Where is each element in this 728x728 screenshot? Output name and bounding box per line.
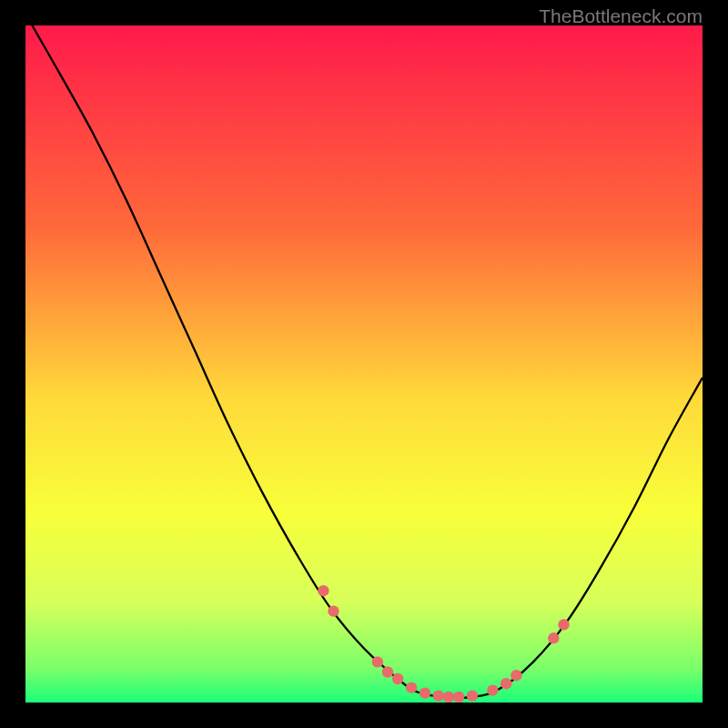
data-marker: [443, 692, 454, 703]
data-marker: [548, 632, 559, 643]
bottleneck-chart: [25, 25, 703, 703]
data-marker: [467, 690, 478, 701]
watermark-text: TheBottleneck.com: [539, 5, 703, 27]
data-marker: [406, 682, 417, 693]
data-marker: [511, 670, 521, 681]
chart-plot-area: [25, 25, 703, 703]
chart-background: [25, 25, 703, 703]
data-marker: [392, 673, 403, 684]
data-marker: [328, 605, 339, 616]
data-marker: [487, 684, 498, 695]
data-marker: [433, 690, 444, 701]
data-marker: [558, 619, 569, 630]
data-marker: [382, 666, 393, 677]
data-marker: [318, 585, 329, 596]
data-marker: [500, 678, 511, 689]
data-marker: [453, 692, 464, 703]
data-marker: [372, 656, 383, 667]
data-marker: [420, 687, 430, 698]
